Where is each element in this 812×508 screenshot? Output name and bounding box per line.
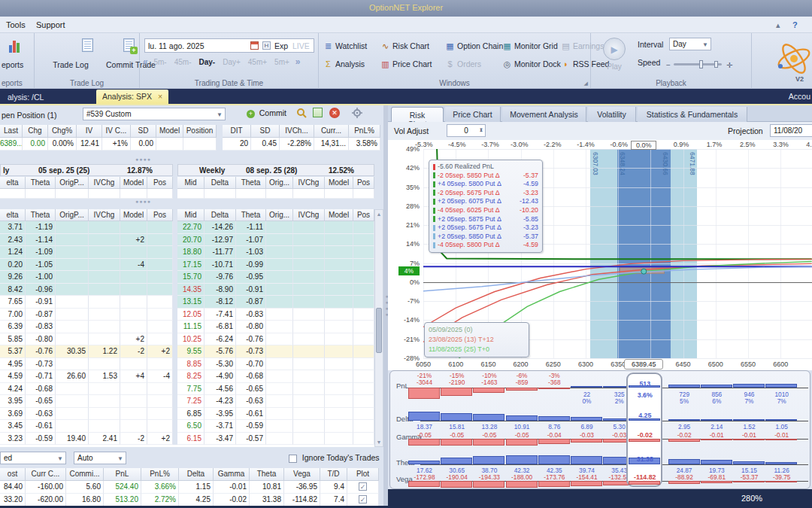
chain-col-header[interactable]: Chg% xyxy=(48,125,77,138)
windows-button-monitor-grid[interactable]: ▦Monitor Grid xyxy=(502,39,558,53)
plot-checkbox[interactable] xyxy=(347,494,379,506)
trade-log-button[interactable]: Trade Log xyxy=(36,60,105,69)
chain-col-header[interactable]: Pos xyxy=(353,209,374,221)
chain-row[interactable]: 5.37-0.7630.351.22-2+29.55-5.76-0.73 xyxy=(0,345,374,358)
chain-row[interactable]: 0.20-1.05-417.15-10.71-0.99 xyxy=(0,259,374,272)
ribbon-collapse-icon[interactable]: ▴ xyxy=(773,20,783,31)
chain-col-header[interactable]: Model xyxy=(325,177,353,189)
chain-col-header[interactable]: elta xyxy=(0,209,26,221)
chain-row[interactable]: 7.00-0.8712.05-7.41-0.83 xyxy=(0,309,374,321)
chain-scrollbar[interactable]: ▲ ▼ xyxy=(374,209,383,447)
chain-col-header[interactable]: Model xyxy=(120,177,147,189)
chain-col-header[interactable]: Pos xyxy=(353,177,374,189)
close-position-icon[interactable]: ✕ xyxy=(329,108,340,118)
plot-checkbox[interactable] xyxy=(347,481,379,494)
checkbox-icon[interactable] xyxy=(359,495,367,503)
speed-minus-icon[interactable]: − xyxy=(666,61,671,69)
scroll-up-icon[interactable]: ▲ xyxy=(375,211,383,217)
spinner-down-icon[interactable]: ▼ xyxy=(479,124,483,135)
chain-col-header[interactable]: Orig... xyxy=(266,177,293,189)
chain-col-header[interactable]: IVChg xyxy=(293,177,325,189)
speed-slider[interactable] xyxy=(674,63,722,65)
chain-col-header[interactable]: Theta xyxy=(236,209,266,221)
totals-header[interactable]: Theta xyxy=(250,468,284,481)
menu-support[interactable]: Support xyxy=(33,20,68,30)
speed-slider-thumb[interactable] xyxy=(699,60,703,68)
trade-log-icon[interactable] xyxy=(82,38,93,53)
export-grid-icon[interactable] xyxy=(313,108,323,117)
windows-button-price-chart[interactable]: ▥Price Chart xyxy=(380,57,432,71)
chain-col-header[interactable]: Model xyxy=(120,209,147,221)
chain-col-header[interactable]: Last xyxy=(0,125,23,138)
chain-row[interactable]: 1.24-1.0918.80-11.77-1.03 xyxy=(0,246,374,259)
scroll-down-icon[interactable]: ▼ xyxy=(375,440,383,445)
splitter-dots[interactable]: ●●●● xyxy=(135,157,151,162)
tab-price-chart[interactable]: Price Chart xyxy=(445,107,501,122)
trading-date-input[interactable]: lu. 11 ago. 2025 H Exp LIVE xyxy=(144,38,314,53)
risk-chart[interactable]: 6307.036348.246430.666471.88-5.3%-4.5%-3… xyxy=(388,140,812,370)
tab-statistics-fundamentals[interactable]: Statistics & Fundamentals xyxy=(638,107,747,122)
chain-col-header[interactable]: OrigP... xyxy=(56,209,89,221)
chain-col-header[interactable]: elta xyxy=(0,177,26,189)
chain-row[interactable]: 3.23-0.5919.402.41-2+26.15-3.47-0.57 xyxy=(0,433,374,446)
chain-col-header[interactable]: SD xyxy=(251,125,280,138)
chain-col-header[interactable]: Model xyxy=(325,209,353,221)
windows-button-watchlist[interactable]: ≣Watchlist xyxy=(323,39,367,53)
chain-col-header[interactable]: IVChg xyxy=(293,209,325,221)
chain-row[interactable]: 8.42-0.9614.35-8.90-0.91 xyxy=(0,284,374,297)
windows-button-monitor-dock[interactable]: ◎Monitor Dock xyxy=(502,57,561,71)
step-back-icon[interactable]: « xyxy=(143,56,148,67)
chain-col-header[interactable]: Theta xyxy=(236,177,266,189)
chain-col-header[interactable]: Orig... xyxy=(266,209,293,221)
chain-col-header[interactable]: IV C... xyxy=(102,125,131,138)
totals-header[interactable]: Delta xyxy=(179,468,214,481)
tab-analysis-cl[interactable]: alysis: /CL xyxy=(0,90,51,104)
speed-slider-thumb2[interactable] xyxy=(714,61,718,68)
windows-button-risk-chart[interactable]: ∿Risk Chart xyxy=(380,39,429,53)
reports-icon[interactable] xyxy=(9,39,22,54)
trade-grouping-select[interactable]: ed ▼ xyxy=(0,452,66,464)
totals-header[interactable]: PnL% xyxy=(141,468,179,481)
date-legend[interactable]: 05/09/2025 (0)23/08/2025 (13) T+1211/08/… xyxy=(424,322,529,357)
interval-select[interactable]: Day ▼ xyxy=(669,38,711,50)
checkbox-icon[interactable] xyxy=(359,482,367,491)
chain-col-header[interactable]: Pos xyxy=(147,209,173,221)
chain-row[interactable]: 4.95-0.738.85-5.30-0.70 xyxy=(0,358,374,371)
chain-col-header[interactable]: Pos xyxy=(147,177,173,189)
chain-row[interactable]: 3.71-1.1922.70-14.26-1.11 xyxy=(0,221,374,234)
help-icon[interactable]: ? xyxy=(789,20,801,30)
calendar-icon[interactable] xyxy=(250,41,259,50)
windows-button-option-chain[interactable]: ▦Option Chain xyxy=(445,39,503,53)
expiry-section-b[interactable]: Weekly 08 sep. 25 (28) 12.52% xyxy=(177,164,374,176)
reports-button[interactable]: eports xyxy=(0,60,34,69)
chain-row[interactable]: 2.43-1.14+220.70-12.97-1.07 xyxy=(0,234,374,247)
chain-col-header[interactable]: Mid xyxy=(177,209,205,221)
clock-icon[interactable]: H xyxy=(262,41,271,50)
chain-col-header[interactable]: Curr... xyxy=(314,125,349,138)
windows-button-analysis[interactable]: ΣAnalysis xyxy=(323,57,365,71)
chain-col-header[interactable]: Theta xyxy=(26,177,56,189)
tab-analysis-spx[interactable]: Analysis: SPX × xyxy=(96,90,168,104)
chain-col-header[interactable]: IVCh... xyxy=(280,125,314,138)
vol-adjust-spinner[interactable]: 0 ▲ ▼ xyxy=(447,124,486,137)
totals-header[interactable]: T/D xyxy=(320,468,347,481)
totals-header[interactable]: ost xyxy=(0,468,26,481)
tab-movement-analysis[interactable]: Movement Analysis xyxy=(502,107,586,122)
chain-col-header[interactable]: Position xyxy=(183,125,217,138)
chain-col-header[interactable]: Theta xyxy=(26,209,56,221)
commit-trade-icon[interactable]: + xyxy=(123,38,135,53)
chain-col-header[interactable]: Mid xyxy=(177,177,205,189)
chain-row[interactable]: 6.39-0.8311.15-6.81-0.80 xyxy=(0,321,374,333)
time-step-Day-[interactable]: Day- xyxy=(199,58,216,66)
chain-row[interactable]: 4.24-0.687.75-4.56-0.65 xyxy=(0,383,374,396)
projection-date-input[interactable]: 11/08/20 xyxy=(770,124,812,137)
commit-position-button[interactable]: + Commit xyxy=(247,108,286,118)
chain-row[interactable]: 9.26-1.0015.70-9.76-0.95 xyxy=(0,271,374,284)
expiry-section-a[interactable]: ly 05 sep. 25 (25) 12.87% xyxy=(0,164,173,176)
totals-header[interactable]: Commi... xyxy=(66,468,104,481)
chain-row[interactable]: 3.95-0.657.25-4.23-0.63 xyxy=(0,395,374,408)
chain-col-header[interactable]: Chg xyxy=(23,125,48,138)
chain-row[interactable]: 5.85-0.80+210.25-6.24-0.76 xyxy=(0,333,374,346)
scrollbar-thumb[interactable] xyxy=(376,308,382,353)
chain-col-header[interactable]: IVChg xyxy=(89,209,120,221)
